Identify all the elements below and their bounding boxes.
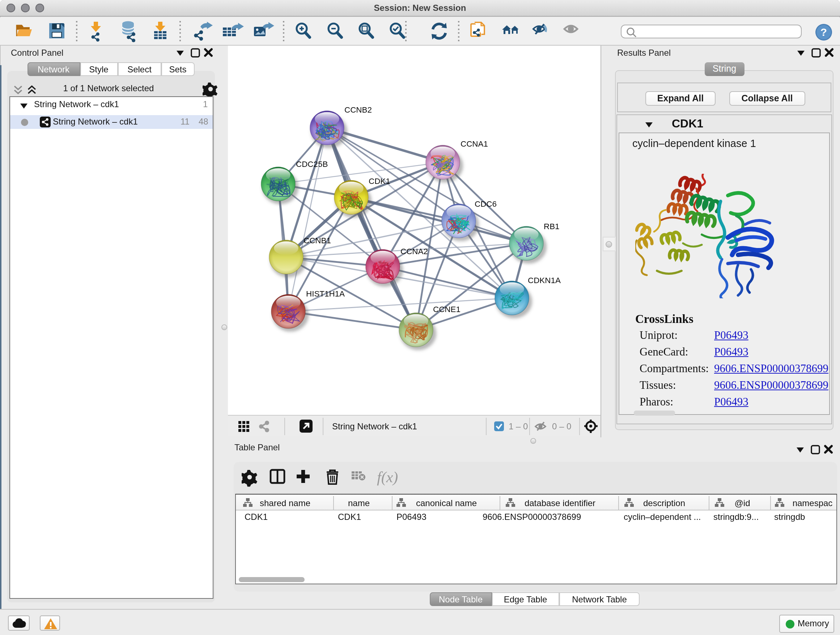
- svg-text:CDK1: CDK1: [368, 177, 390, 186]
- svg-text:0 – 0: 0 – 0: [552, 421, 571, 431]
- svg-text:shared name: shared name: [260, 498, 310, 508]
- svg-text:CDC6: CDC6: [474, 200, 496, 209]
- svg-text:CDC25B: CDC25B: [295, 160, 327, 169]
- svg-text:namespac: namespac: [793, 498, 833, 508]
- svg-text:CCNE1: CCNE1: [433, 305, 460, 314]
- svg-text:f(x): f(x): [377, 469, 398, 486]
- svg-text:CCNB2: CCNB2: [344, 105, 371, 114]
- svg-text:1 – 0: 1 – 0: [508, 421, 527, 431]
- svg-text:CCNB1: CCNB1: [303, 236, 331, 245]
- svg-text:HIST1H1A: HIST1H1A: [306, 289, 344, 298]
- svg-text:database identifier: database identifier: [524, 498, 595, 508]
- svg-text:CDKN1A: CDKN1A: [527, 276, 561, 285]
- svg-text:RB1: RB1: [543, 222, 559, 231]
- svg-text:@id: @id: [734, 498, 750, 508]
- svg-text:canonical name: canonical name: [416, 498, 477, 508]
- svg-text:String Network – cdk1: String Network – cdk1: [332, 421, 417, 431]
- svg-text:?: ?: [821, 26, 827, 38]
- svg-text:description: description: [643, 498, 685, 508]
- svg-text:CCNA2: CCNA2: [400, 247, 428, 256]
- svg-text:CCNA1: CCNA1: [460, 139, 488, 149]
- svg-text:name: name: [348, 498, 370, 508]
